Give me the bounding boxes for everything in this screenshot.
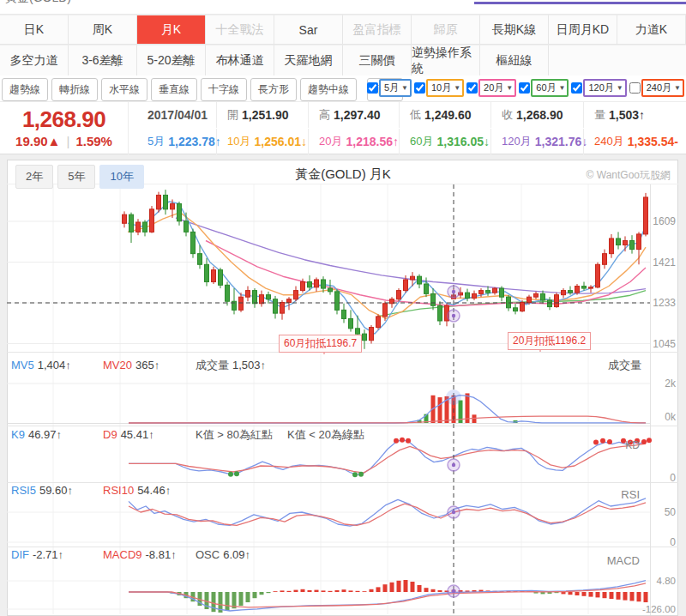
tab-月K[interactable]: 月K — [137, 15, 206, 45]
rsi-header-row: RSI559.60↑RSI1054.46↑ — [11, 484, 196, 499]
ma-checkbox-5月[interactable] — [367, 82, 378, 94]
ma-selector-240月[interactable]: 240月▼ — [629, 79, 684, 97]
chevron-down-icon: ▼ — [506, 84, 513, 92]
ma-checkbox-240月[interactable] — [629, 82, 641, 94]
quote-field-開: 開1,251.90 — [216, 102, 289, 128]
ma-value-60月: 60月1,316.05↓ — [399, 129, 490, 154]
price-change-line: 19.90▲|1.59% — [0, 134, 128, 148]
tab-盈富指標[interactable]: 盈富指標 — [343, 15, 412, 45]
quote-block: 1,268.90 19.90▲|1.59% — [0, 102, 129, 154]
ma-selector-10月[interactable]: 10月▼ — [414, 79, 464, 97]
clipped-page-heading: 黃金(GOLD) — [5, 0, 71, 6]
top-accent-bar — [474, 2, 686, 4]
chart-title: 黃金(GOLD) 月K — [0, 166, 686, 183]
macd-row-pair-MACD9: MACD9-8.81↑ — [103, 548, 196, 561]
ma-value-5月: 5月1,223.78↑ — [137, 129, 221, 154]
draw-button-水平線[interactable]: 水平線 — [101, 78, 147, 101]
macd-row-pair-DIF: DIF-2.71↑ — [11, 548, 103, 561]
draw-buttons: 趨勢線轉折線水平線垂直線十字線長方形趨勢中線清除 — [0, 81, 405, 95]
tab-Sar[interactable]: Sar — [274, 15, 343, 45]
tab-天羅地網[interactable]: 天羅地網 — [274, 45, 343, 77]
ma-select-60月[interactable]: 60月▼ — [531, 79, 569, 97]
ohlc-row: 2017/04/01開1,251.90高1,297.40低1,249.60收1,… — [129, 102, 686, 128]
draw-button-轉折線[interactable]: 轉折線 — [51, 78, 98, 101]
draw-button-長方形[interactable]: 長方形 — [250, 78, 297, 101]
ma-value-10月: 10月1,256.01↓ — [216, 129, 307, 154]
ma-checkbox-20月[interactable] — [466, 82, 478, 94]
vol-row-pair-MV5: MV51,404↑ — [11, 359, 103, 371]
chevron-down-icon: ▼ — [674, 84, 681, 92]
chevron-down-icon: ▼ — [559, 84, 566, 92]
divider: | — [66, 134, 69, 148]
tabs-row-1: 日K周K月K十全戰法Sar盈富指標歸原長期K線日周月KD力道K — [0, 15, 686, 45]
indicator-tabs: 日K周K月K十全戰法Sar盈富指標歸原長期K線日周月KD力道K 多空力道3-6差… — [0, 15, 686, 75]
ma-select-120月[interactable]: 120月▼ — [583, 79, 626, 97]
quote-date: 2017/04/01 — [137, 102, 208, 128]
draw-button-十字線[interactable]: 十字線 — [201, 78, 247, 101]
chevron-down-icon: ▼ — [454, 84, 460, 92]
kd-note: K值 > 80為紅點 — [196, 427, 287, 443]
last-price: 1,268.90 — [0, 106, 128, 133]
ma-checkbox-120月[interactable] — [571, 82, 582, 94]
kd-note: K值 < 20為綠點 — [287, 427, 379, 443]
volume-panel-label: 成交量 — [608, 358, 641, 373]
tab-日周月KD[interactable]: 日周月KD — [549, 15, 617, 45]
tab-力道K[interactable]: 力道K — [617, 15, 686, 45]
ma-checkbox-60月[interactable] — [519, 82, 530, 94]
chevron-down-icon: ▼ — [401, 84, 408, 92]
quote-field-收: 收1,268.90 — [490, 102, 563, 128]
chevron-down-icon: ▼ — [617, 84, 623, 92]
tab-3-6差離[interactable]: 3-6差離 — [69, 45, 137, 77]
ma-select-240月[interactable]: 240月▼ — [641, 79, 684, 97]
kd-row-pair-K9: K946.97↑ — [11, 428, 103, 441]
ma-value-240月: 240月1,335.54- — [583, 129, 678, 154]
vol-row-pair-MV20: MV20365↑ — [103, 359, 196, 371]
tabs-row-2: 多空力道3-6差離5-20差離布林通道天羅地網三關價逆勢操作系統樞紐線 — [0, 45, 686, 75]
ma-select-5月[interactable]: 5月▼ — [379, 79, 412, 97]
ma-value-120月: 120月1,321.76↓ — [490, 129, 587, 154]
ma-period-selectors: 5月▼10月▼20月▼60月▼120月▼240月▼ — [364, 79, 684, 97]
draw-button-趨勢線[interactable]: 趨勢線 — [2, 78, 48, 101]
tab-三關價[interactable]: 三關價 — [343, 45, 412, 77]
ma-checkbox-10月[interactable] — [414, 82, 425, 94]
ma-values-row: 5月1,223.78↑10月1,256.01↓20月1,218.56↑60月1,… — [129, 129, 686, 154]
ma-selector-5月[interactable]: 5月▼ — [367, 79, 412, 97]
ma-selector-60月[interactable]: 60月▼ — [519, 79, 569, 97]
annotation-box: 60月扣抵1196.7 — [279, 335, 362, 353]
ma-selector-120月[interactable]: 120月▼ — [571, 79, 626, 97]
annotation-box: 20月扣抵1196.2 — [508, 332, 591, 350]
tab-filler — [617, 45, 686, 77]
rsi-row-pair-RSI5: RSI559.60↑ — [11, 484, 103, 497]
tab-filler — [549, 45, 617, 77]
top-partial-strip: 黃金(GOLD) — [0, 0, 686, 15]
price-change-pct: 1.59% — [75, 134, 112, 148]
tab-周K[interactable]: 周K — [69, 15, 137, 45]
tab-5-20差離[interactable]: 5-20差離 — [137, 45, 206, 77]
ma-value-20月: 20月1,218.56↑ — [308, 129, 399, 154]
draw-button-垂直線[interactable]: 垂直線 — [151, 78, 197, 101]
tab-歸原[interactable]: 歸原 — [412, 15, 480, 45]
quote-info-panel: 1,268.90 19.90▲|1.59% 2017/04/01開1,251.9… — [0, 101, 686, 154]
chart-copyright: © WantGoo玩股網 — [587, 168, 671, 183]
quote-field-高: 高1,297.40 — [308, 102, 381, 128]
tab-逆勢操作系統[interactable]: 逆勢操作系統 — [412, 45, 480, 77]
quote-field-低: 低1,249.60 — [399, 102, 472, 128]
kd-header-row: K946.97↑D945.41↑K值 > 80為紅點K值 < 20為綠點 — [11, 427, 379, 443]
rsi-row-pair-RSI10: RSI1054.46↑ — [103, 484, 196, 497]
draw-button-趨勢中線[interactable]: 趨勢中線 — [300, 78, 357, 101]
tab-樞紐線[interactable]: 樞紐線 — [480, 45, 549, 77]
tab-多空力道[interactable]: 多空力道 — [0, 45, 69, 77]
ma-select-10月[interactable]: 10月▼ — [426, 79, 464, 97]
price-change: 19.90▲ — [15, 134, 60, 148]
tab-日K[interactable]: 日K — [0, 15, 69, 45]
tab-長期K線[interactable]: 長期K線 — [480, 15, 549, 45]
tab-布林通道[interactable]: 布林通道 — [206, 45, 274, 77]
tab-十全戰法[interactable]: 十全戰法 — [206, 15, 274, 45]
kd-row-pair-D9: D945.41↑ — [103, 428, 196, 441]
drawing-toolbar: 趨勢線轉折線水平線垂直線十字線長方形趨勢中線清除 5月▼10月▼20月▼60月▼… — [0, 75, 686, 101]
vol-row-pair-成交量: 成交量1,503↑ — [196, 358, 266, 373]
ma-select-20月[interactable]: 20月▼ — [478, 79, 516, 97]
ma-selector-20月[interactable]: 20月▼ — [466, 79, 516, 97]
macd-row-pair-OSC: OSC6.09↑ — [196, 548, 250, 561]
quote-field-量: 量1,503↑ — [583, 102, 645, 128]
